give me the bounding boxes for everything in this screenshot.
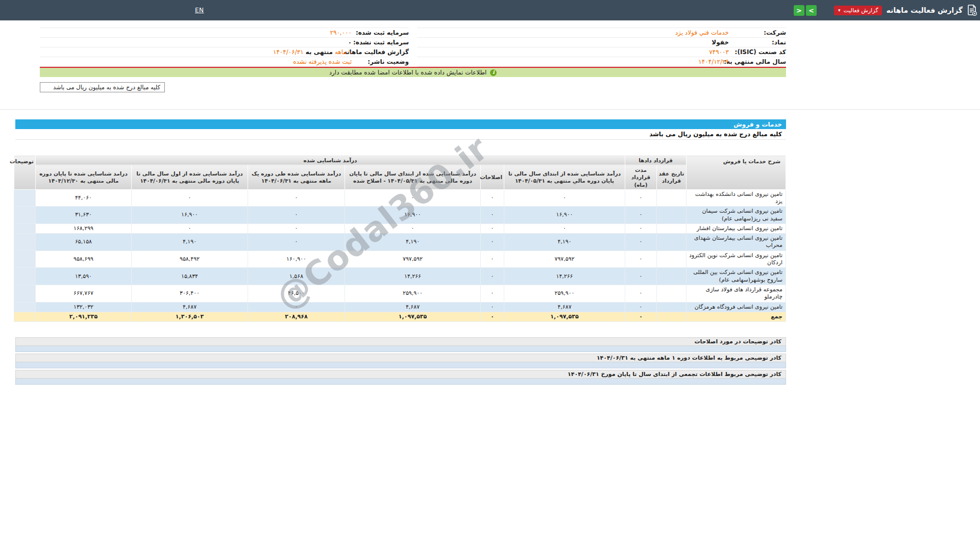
cell-duration: ۰ xyxy=(625,223,657,233)
top-header: گزارش فعالیت ماهانه گزارش فعالیت ▾ > < E… xyxy=(0,0,980,20)
col-contract-duration: مدت قرارداد (ماه) xyxy=(625,165,657,190)
symbol-value: خفولا xyxy=(417,39,729,46)
info-row-report-period: گزارش فعالیت ماهانه ۱ ماهه منتهی به ۱۴۰۴… xyxy=(40,47,409,57)
cell-rev-to-0531: ۱۴,۲۶۶ xyxy=(504,268,625,285)
cell-desc: جمع xyxy=(687,312,786,321)
cell-rev-fy: ۱۶,۹۰۰ xyxy=(132,207,248,224)
info-row-unregistered-capital: سرمایه ثبت نشده: ۰ xyxy=(40,38,409,47)
registered-capital-label: سرمایه ثبت شده: xyxy=(352,29,409,36)
cell-duration: ۰ xyxy=(625,268,657,285)
sales-section: خدمات و فروش کلیه مبالغ درج شده به میلیو… xyxy=(15,119,786,385)
cell-notes xyxy=(14,268,35,285)
sales-table: شرح خدمات یا فروش قرارداد دادها درآمد شن… xyxy=(14,155,786,322)
cell-rev-prev-year: ۹۵۸,۶۹۹ xyxy=(35,251,131,268)
period-end-date: ۱۴۰۴/۰۶/۳۱ xyxy=(273,48,304,56)
cell-rev-month: ۱۶۰,۹۰۰ xyxy=(248,251,345,268)
cell-adjustments: ۰ xyxy=(481,234,504,251)
publisher-status-label: وضعیت ناشر: xyxy=(352,58,409,65)
cell-rev-fy: ۰ xyxy=(132,223,248,233)
cell-desc: تامین نیروی انسانی شرکت سیمان سفید نی ری… xyxy=(687,207,786,224)
period-ending-text: منتهی به xyxy=(304,48,333,56)
cell-adjustments: ۰ xyxy=(481,285,504,302)
footnote-content-cumulative xyxy=(15,379,786,385)
cell-adjustments: ۰ xyxy=(481,189,504,207)
section-header-sales: خدمات و فروش xyxy=(15,119,786,129)
cell-rev-month: ۴۶,۵۰۰ xyxy=(248,285,345,302)
cell-contract-date xyxy=(657,302,687,312)
sales-table-body: تامین نیروی انسانی دانشکده بهداشت یزد۰۰۰… xyxy=(14,189,786,321)
table-row: تامین نیروی انسانی بیمارستان افشار۰۰۰۰۰۰… xyxy=(14,223,786,233)
cell-rev-to-0531: ۷۹۷,۵۹۲ xyxy=(504,251,625,268)
footnote-label-cumulative: کادر توضیحی مربوط اطلاعات تجمعی از ابتدا… xyxy=(15,370,786,379)
signature-match-banner: i اطلاعات نمایش داده شده با اطلاعات امضا… xyxy=(40,67,786,77)
footnote-content-period xyxy=(15,362,786,368)
cell-notes xyxy=(14,189,35,207)
company-info-section: شرکت: خدمات فني فولاد يزد نماد: خفولا کد… xyxy=(15,28,786,92)
col-group-contract: قرارداد دادها xyxy=(625,156,687,165)
cell-rev-prev-year: ۴۴,۰۶۰ xyxy=(35,189,131,207)
cell-duration: ۰ xyxy=(625,207,657,224)
table-row: تامین نیروی انسانی شرکت سیمان سفید نی ری… xyxy=(14,207,786,224)
units-note-box: کلیه مبالغ درج شده به میلیون ریال می باش… xyxy=(40,82,165,92)
table-row: تامین نیروی انسانی فرودگاه هرمزگان۰۴,۶۸۷… xyxy=(14,302,786,312)
cell-rev-to-0531-adjusted: ۱۶,۹۰۰ xyxy=(345,207,481,224)
cell-adjustments: ۰ xyxy=(481,268,504,285)
cell-rev-to-0531-adjusted: ۱۴,۲۶۶ xyxy=(345,268,481,285)
report-period-value: ۱ ماهه منتهی به ۱۴۰۴/۰۶/۳۱ xyxy=(40,48,352,56)
cell-duration: ۰ xyxy=(625,312,657,321)
company-info-grid: شرکت: خدمات فني فولاد يزد نماد: خفولا کد… xyxy=(40,28,786,67)
report-type-dropdown[interactable]: گزارش فعالیت ▾ xyxy=(834,6,883,15)
col-rev-prev-year: درامد شناسایی شده تا پایان دوره مالی منت… xyxy=(35,165,131,190)
info-row-isic: کد صنعت (ISIC): ۷۴۹۰۰۳ xyxy=(417,47,786,57)
cell-contract-date xyxy=(657,285,687,302)
cell-adjustments: ۰ xyxy=(481,223,504,233)
cell-duration: ۰ xyxy=(625,251,657,268)
cell-rev-fy: ۴,۶۸۷ xyxy=(132,302,248,312)
table-row: مجموعه قرارداد های فولاد سازی چادرملو۰۲۵… xyxy=(14,285,786,302)
section-divider xyxy=(0,109,980,110)
cell-rev-to-0531-adjusted: ۷۹۷,۵۹۲ xyxy=(345,251,481,268)
company-label: شرکت: xyxy=(729,29,786,36)
company-info-left-column: سرمایه ثبت شده: ۲۹۰,۰۰۰ سرمایه ثبت نشده:… xyxy=(40,28,409,67)
cell-desc: تامین نیروی انسانی شرکت بین المللی ساروج… xyxy=(687,268,786,285)
cell-rev-to-0531: ۱۶,۹۰۰ xyxy=(504,207,625,224)
cell-rev-to-0531-adjusted: ۰ xyxy=(345,223,481,233)
cell-rev-to-0531: ۰ xyxy=(504,223,625,233)
cell-duration: ۰ xyxy=(625,189,657,207)
cell-rev-fy: ۰ xyxy=(132,189,248,207)
unregistered-capital-label: سرمایه ثبت نشده: xyxy=(352,39,409,46)
language-en-link[interactable]: EN xyxy=(195,7,204,14)
table-row: تامین نیروی انسانی دانشکده بهداشت یزد۰۰۰… xyxy=(14,189,786,207)
col-notes: توضیحات xyxy=(14,156,35,190)
cell-rev-to-0531: ۴,۱۹۰ xyxy=(504,234,625,251)
info-row-registered-capital: سرمایه ثبت شده: ۲۹۰,۰۰۰ xyxy=(40,28,409,38)
fiscal-year-value: ۱۴۰۴/۱۲/۲۹ xyxy=(417,58,729,65)
registered-capital-value: ۲۹۰,۰۰۰ xyxy=(40,29,352,36)
cell-desc: تامین نیروی انسانی دانشکده بهداشت یزد xyxy=(687,189,786,207)
cell-contract-date xyxy=(657,189,687,207)
col-contract-date: تاریخ عقد قرارداد xyxy=(657,165,687,190)
cell-rev-to-0531: ۴,۶۸۷ xyxy=(504,302,625,312)
footnote-label-period: کادر توضیحی مربوط به اطلاعات دوره ۱ ماهه… xyxy=(15,354,786,362)
units-note-row: کلیه مبالغ درج شده به میلیون ریال می باش… xyxy=(15,129,786,140)
cell-rev-fy: ۴,۱۹۰ xyxy=(132,234,248,251)
previous-report-button[interactable]: < xyxy=(794,5,804,16)
footnotes: کادر توضیحات در مورد اصلاحات کادر توضیحی… xyxy=(15,337,786,385)
next-report-button[interactable]: > xyxy=(806,5,817,16)
cell-desc: تامین نیروی انسانی شرکت نوین الکترود ارد… xyxy=(687,251,786,268)
cell-rev-to-0531-adjusted: ۲۵۹,۹۰۰ xyxy=(345,285,481,302)
cell-rev-month: ۰ xyxy=(248,207,345,224)
footnote-content-adjustments xyxy=(15,346,786,352)
signature-match-text: اطلاعات نمایش داده شده با اطلاعات امضا ش… xyxy=(329,69,487,76)
cell-contract-date xyxy=(657,223,687,233)
table-row: تامین نیروی انسانی شرکت نوین الکترود ارد… xyxy=(14,251,786,268)
cell-rev-to-0531-adjusted: ۱,۰۹۷,۵۳۵ xyxy=(345,312,481,321)
cell-desc: تامین نیروی انسانی بیمارستان شهدای محراب xyxy=(687,234,786,251)
cell-rev-month: ۰ xyxy=(248,302,345,312)
info-row-fiscal-year: سال مالی منتهی به: ۱۴۰۴/۱۲/۲۹ xyxy=(417,57,786,67)
col-rev-to-0531-adjusted: درآمد شناسایی شده از ابتدای سال مالی تا … xyxy=(345,165,481,190)
cell-adjustments: ۰ xyxy=(481,312,504,321)
company-name-link[interactable]: خدمات فني فولاد يزد xyxy=(417,29,729,36)
cell-notes xyxy=(14,234,35,251)
isic-label: کد صنعت (ISIC): xyxy=(729,48,786,56)
